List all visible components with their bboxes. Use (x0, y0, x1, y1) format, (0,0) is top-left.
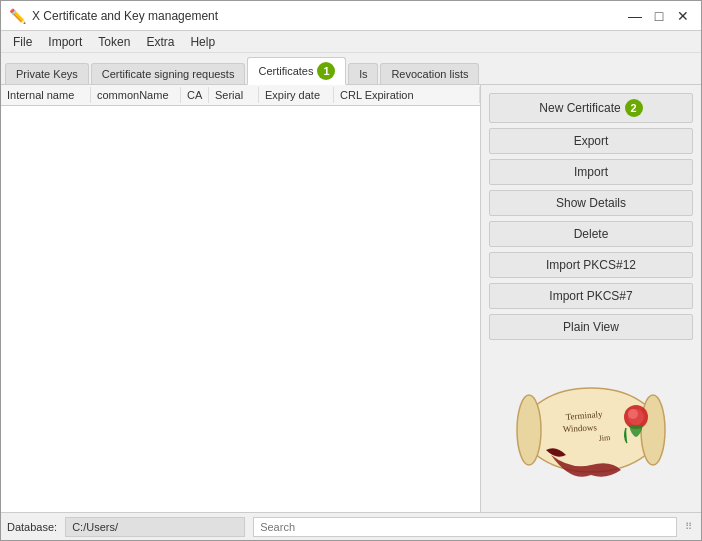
minimize-button[interactable]: — (625, 6, 645, 26)
window-controls: — □ ✕ (625, 6, 693, 26)
delete-button[interactable]: Delete (489, 221, 693, 247)
new-certificate-button[interactable]: New Certificate 2 (489, 93, 693, 123)
import-pkcs12-button[interactable]: Import PKCS#12 (489, 252, 693, 278)
table-body (1, 106, 480, 512)
left-panel: Internal name commonName CA Serial Expir… (1, 85, 481, 512)
menu-token[interactable]: Token (90, 31, 138, 52)
tab-private-keys[interactable]: Private Keys (5, 63, 89, 84)
close-button[interactable]: ✕ (673, 6, 693, 26)
title-bar-left: ✏️ X Certificate and Key management (9, 8, 218, 24)
certificates-badge: 1 (317, 62, 335, 80)
title-bar: ✏️ X Certificate and Key management — □ … (1, 1, 701, 31)
table-header: Internal name commonName CA Serial Expir… (1, 85, 480, 106)
app-icon: ✏️ (9, 8, 26, 24)
menu-import[interactable]: Import (40, 31, 90, 52)
new-certificate-label: New Certificate (539, 101, 620, 115)
db-label: Database: (7, 521, 57, 533)
svg-point-5 (628, 409, 638, 419)
new-certificate-badge: 2 (625, 99, 643, 117)
col-crl-expiration: CRL Expiration (334, 87, 480, 103)
search-input[interactable] (253, 517, 677, 537)
logo-area: Terminaly Windows Jim (489, 355, 693, 504)
col-internal-name: Internal name (1, 87, 91, 103)
svg-point-1 (517, 395, 541, 465)
tabs-bar: Private Keys Certificate signing request… (1, 53, 701, 85)
import-button[interactable]: Import (489, 159, 693, 185)
tab-certificates[interactable]: Certificates 1 (247, 57, 346, 85)
status-bar: Database: C:/Users/ ⠿ (1, 512, 701, 540)
right-panel: New Certificate 2 Export Import Show Det… (481, 85, 701, 512)
resize-handle[interactable]: ⠿ (685, 521, 695, 532)
menu-file[interactable]: File (5, 31, 40, 52)
col-serial: Serial (209, 87, 259, 103)
main-window: ✏️ X Certificate and Key management — □ … (0, 0, 702, 541)
col-common-name: commonName (91, 87, 181, 103)
menu-bar: File Import Token Extra Help (1, 31, 701, 53)
svg-point-2 (641, 395, 665, 465)
export-button[interactable]: Export (489, 128, 693, 154)
tab-ls[interactable]: ls (348, 63, 378, 84)
menu-help[interactable]: Help (182, 31, 223, 52)
col-expiry-date: Expiry date (259, 87, 334, 103)
col-ca: CA (181, 87, 209, 103)
app-title: X Certificate and Key management (32, 9, 218, 23)
tab-revocation-lists[interactable]: Revocation lists (380, 63, 479, 84)
db-path: C:/Users/ (65, 517, 245, 537)
plain-view-button[interactable]: Plain View (489, 314, 693, 340)
import-pkcs7-button[interactable]: Import PKCS#7 (489, 283, 693, 309)
app-logo: Terminaly Windows Jim (511, 375, 671, 485)
maximize-button[interactable]: □ (649, 6, 669, 26)
svg-text:Windows: Windows (563, 422, 598, 434)
content-area: Internal name commonName CA Serial Expir… (1, 85, 701, 512)
show-details-button[interactable]: Show Details (489, 190, 693, 216)
svg-text:Jim: Jim (598, 432, 611, 442)
tab-csr[interactable]: Certificate signing requests (91, 63, 246, 84)
menu-extra[interactable]: Extra (138, 31, 182, 52)
